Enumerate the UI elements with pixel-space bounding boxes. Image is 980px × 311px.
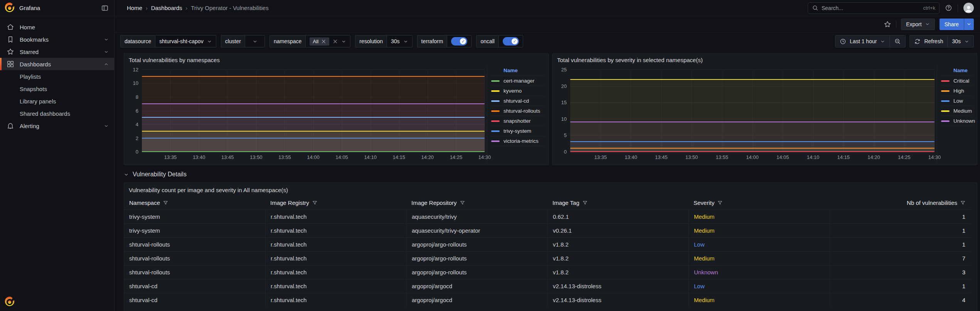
table-cell: r.shturval.tech bbox=[265, 293, 406, 307]
breadcrumb-separator-icon: › bbox=[146, 5, 148, 11]
legend-item-victoria-metrics[interactable]: victoria-metrics bbox=[491, 136, 545, 146]
series-color-dash bbox=[941, 80, 950, 82]
selected-option-chip[interactable]: All bbox=[310, 37, 329, 46]
share-menu-chevron-icon[interactable] bbox=[964, 19, 974, 30]
table-cell: r.shturval.tech bbox=[265, 238, 406, 251]
sidebar-item-alerting[interactable]: Alerting bbox=[0, 120, 114, 132]
favorite-star-icon[interactable] bbox=[884, 20, 891, 28]
time-range-picker[interactable]: Last 1 hour bbox=[835, 35, 889, 47]
legend-item-kyverno[interactable]: kyverno bbox=[491, 86, 545, 96]
filter-icon[interactable] bbox=[460, 200, 465, 205]
sidebar-item-starred[interactable]: Starred bbox=[0, 46, 114, 58]
help-icon[interactable] bbox=[945, 4, 952, 12]
column-header-image-tag[interactable]: Image Tag bbox=[547, 196, 689, 210]
table-row[interactable]: trivy-systemr.shturval.techaquasecurity/… bbox=[124, 223, 970, 237]
y-axis-tick-label: 8 bbox=[136, 94, 138, 100]
dock-sidebar-icon[interactable] bbox=[101, 4, 109, 12]
table-cell: r.shturval.tech bbox=[265, 265, 406, 279]
legend-item-Low[interactable]: Low bbox=[941, 96, 973, 106]
top-navbar: Grafana Home›Dashboards›Trivy Operator -… bbox=[0, 0, 980, 16]
toggle-switch-terraform[interactable]: ✓ bbox=[451, 37, 467, 46]
variable-value-picker[interactable]: All bbox=[305, 35, 350, 47]
toggle-switch-oncall[interactable]: ✓ bbox=[503, 37, 519, 46]
table-row[interactable]: trivy-systemr.shturval.techaquasecurity/… bbox=[124, 210, 970, 223]
table-row[interactable]: shturval-rolloutsr.shturval.techargoproj… bbox=[124, 251, 970, 265]
legend-item-label: snapshotter bbox=[503, 118, 531, 124]
legend-item-shturval-rollouts[interactable]: shturval-rollouts bbox=[491, 106, 545, 116]
table-panel-title[interactable]: Vulnerability count per image and severi… bbox=[124, 183, 977, 196]
dashboard-canvas: Total vulnerabilities by namespaces 0246… bbox=[115, 49, 980, 311]
sidebar-item-playlists[interactable]: Playlists bbox=[0, 70, 114, 83]
table-cell: 7 bbox=[830, 252, 970, 265]
sidebar-item-snapshots[interactable]: Snapshots bbox=[0, 83, 114, 95]
table-cell: v2.14.13-distroless bbox=[547, 279, 689, 293]
search-box[interactable]: ctrl+k bbox=[808, 2, 940, 14]
series-color-dash bbox=[491, 140, 500, 142]
sidebar-item-shared-dashboards[interactable]: Shared dashboards bbox=[0, 107, 114, 120]
variable-value-picker[interactable]: shturval-sht-capov bbox=[155, 35, 216, 47]
clear-all-icon[interactable] bbox=[333, 39, 338, 44]
refresh-button[interactable]: Refresh bbox=[910, 35, 947, 47]
table-row[interactable]: shturval-cdr.shturval.techargoproj/argoc… bbox=[124, 279, 970, 293]
row-vulnerability-details[interactable]: Vulnerability Details bbox=[124, 167, 977, 181]
legend-item-Critical[interactable]: Critical bbox=[941, 76, 973, 86]
legend-item-Unknown[interactable]: Unknown bbox=[941, 116, 973, 126]
filter-icon[interactable] bbox=[583, 200, 588, 205]
table-row[interactable]: shturval-rolloutsr.shturval.techargoproj… bbox=[124, 237, 970, 251]
avatar[interactable] bbox=[963, 3, 974, 13]
filter-icon[interactable] bbox=[960, 200, 965, 205]
dashboard-toolbar: Export Share bbox=[115, 16, 980, 32]
legend-item-label: cert-manager bbox=[503, 78, 534, 84]
legend-item-cert-manager[interactable]: cert-manager bbox=[491, 76, 545, 86]
breadcrumb-item[interactable]: Dashboards bbox=[151, 5, 182, 11]
column-header-severity[interactable]: Severity bbox=[689, 196, 830, 210]
legend-item-Medium[interactable]: Medium bbox=[941, 106, 973, 116]
legend-item-snapshotter[interactable]: snapshotter bbox=[491, 116, 545, 126]
share-button[interactable]: Share bbox=[940, 19, 974, 30]
variable-value-picker[interactable]: 30s bbox=[387, 35, 413, 47]
sidebar-item-bookmarks[interactable]: Bookmarks bbox=[0, 33, 114, 46]
breadcrumb-item[interactable]: Home bbox=[127, 5, 142, 11]
remove-option-icon[interactable] bbox=[321, 39, 326, 44]
filter-icon[interactable] bbox=[717, 200, 722, 205]
search-shortcut: ctrl+k bbox=[923, 5, 935, 11]
sidebar-item-label: Playlists bbox=[20, 73, 109, 80]
series-color-dash bbox=[941, 100, 950, 102]
series-line-Unknown bbox=[570, 122, 935, 122]
variable-value-picker[interactable] bbox=[245, 35, 265, 47]
sidebar-item-dashboards[interactable]: Dashboards bbox=[0, 58, 114, 70]
table-row[interactable]: shturval-rolloutsr.shturval.techargoproj… bbox=[124, 265, 970, 279]
x-axis-tick-label: 13:35 bbox=[594, 154, 607, 160]
search-input[interactable] bbox=[822, 5, 920, 11]
legend-item-shturval-cd[interactable]: shturval-cd bbox=[491, 96, 545, 106]
panel-title[interactable]: Total vulnerabilities by namespaces bbox=[124, 54, 549, 64]
y-axis-tick-label: 10 bbox=[133, 80, 138, 86]
share-button-label[interactable]: Share bbox=[940, 19, 964, 30]
column-header-image-registry[interactable]: Image Registry bbox=[265, 196, 406, 210]
sidebar-item-home[interactable]: Home bbox=[0, 21, 114, 33]
column-header-namespace[interactable]: Namespace bbox=[124, 196, 265, 210]
filter-icon[interactable] bbox=[312, 200, 317, 205]
refresh-interval-picker[interactable]: 30s bbox=[947, 35, 973, 47]
variable-value-picker[interactable]: ✓ bbox=[447, 35, 471, 47]
series-line-cert-manager bbox=[142, 151, 485, 152]
zoom-out-button[interactable] bbox=[889, 35, 905, 47]
legend-item-trivy-system[interactable]: trivy-system bbox=[491, 126, 545, 136]
panel-title[interactable]: Total vulnerabilities by severity in sel… bbox=[552, 54, 977, 64]
table-row[interactable]: shturval-cdr.shturval.techargoproj/argoc… bbox=[124, 293, 970, 307]
y-axis-tick-label: 25 bbox=[561, 67, 567, 73]
chevron-down-icon bbox=[403, 39, 408, 44]
export-button[interactable]: Export bbox=[901, 19, 935, 30]
series-color-dash bbox=[941, 110, 950, 112]
variable-cluster: cluster bbox=[221, 35, 265, 47]
variable-value-picker[interactable]: ✓ bbox=[498, 35, 523, 47]
column-header-nb-of-vulnerabilities[interactable]: Nb of vulnerabilities bbox=[830, 196, 970, 210]
x-axis-tick-label: 13:35 bbox=[164, 154, 177, 160]
chevron-down-icon bbox=[124, 172, 129, 177]
column-header-image-repository[interactable]: Image Repository bbox=[406, 196, 547, 210]
sidebar-item-library-panels[interactable]: Library panels bbox=[0, 95, 114, 107]
chevron-down-icon bbox=[207, 39, 212, 44]
app-name: Grafana bbox=[19, 5, 40, 11]
legend-item-High[interactable]: High bbox=[941, 86, 973, 96]
filter-icon[interactable] bbox=[163, 200, 168, 205]
